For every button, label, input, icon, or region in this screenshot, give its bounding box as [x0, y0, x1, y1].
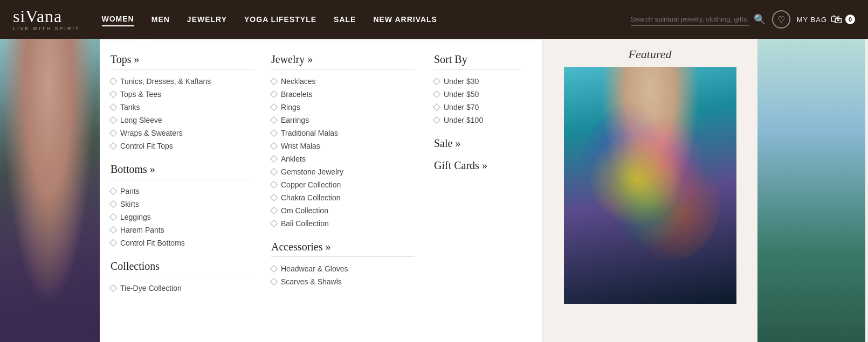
bullet-icon [109, 200, 117, 208]
bullet-icon [433, 116, 440, 124]
sale-link[interactable]: Sale » [434, 137, 520, 150]
logo-text: siVana [13, 8, 80, 25]
list-item[interactable]: Necklaces [271, 77, 415, 86]
list-item[interactable]: Rings [271, 103, 415, 111]
jewelry-items-list: Necklaces Bracelets Rings Earrings Tradi… [271, 77, 415, 228]
list-item[interactable]: Under $50 [434, 90, 520, 99]
list-item[interactable]: Traditional Malas [271, 129, 415, 137]
menu-column-2: Jewelry » Necklaces Bracelets Rings Earr… [263, 53, 423, 329]
bullet-icon [270, 207, 278, 214]
bag-icon: 🛍 [830, 12, 842, 26]
bag-count: 0 [845, 15, 855, 24]
list-item[interactable]: Wrist Malas [271, 142, 415, 150]
main-navigation: WOMEN MEN JEWELRY YOGA LIFESTYLE SALE NE… [102, 12, 631, 26]
list-item[interactable]: Long Sleeve [111, 116, 254, 124]
nav-item-jewelry[interactable]: JEWELRY [187, 13, 227, 26]
list-item[interactable]: Chakra Collection [271, 193, 415, 202]
item-label: Headwear & Gloves [281, 264, 348, 273]
accessories-section-title[interactable]: Accessories » [271, 241, 415, 257]
nav-item-sale[interactable]: SALE [334, 13, 356, 26]
list-item[interactable]: Leggings [111, 213, 254, 221]
bullet-icon [270, 90, 278, 98]
dropdown-arrow [137, 39, 150, 46]
collections-section-title[interactable]: Collections [111, 260, 254, 276]
bullet-icon [109, 142, 117, 150]
menu-column-3: Sort By Under $30 Under $50 Under $70 Un… [423, 53, 531, 329]
item-label: Tops & Tees [120, 90, 161, 99]
left-hero-image [0, 39, 100, 342]
bullet-icon [270, 181, 278, 189]
logo[interactable]: siVana Live With Spirit [13, 8, 80, 31]
item-label: Under $70 [444, 103, 479, 111]
list-item[interactable]: Tops & Tees [111, 90, 254, 99]
list-item[interactable]: Tanks [111, 103, 254, 111]
item-label: Long Sleeve [120, 116, 162, 124]
accessories-items-list: Headwear & Gloves Scarves & Shawls [271, 264, 415, 286]
featured-image[interactable] [564, 67, 736, 304]
bullet-icon [433, 78, 440, 85]
bullet-icon [109, 90, 117, 98]
wishlist-button[interactable]: ♡ [772, 10, 790, 29]
list-item[interactable]: Gemstone Jewelry [271, 167, 415, 176]
item-label: Copper Collection [281, 180, 341, 189]
list-item[interactable]: Copper Collection [271, 180, 415, 189]
list-item[interactable]: Bali Collection [271, 219, 415, 228]
list-item[interactable]: Control Fit Bottoms [111, 239, 254, 247]
search-input[interactable] [631, 13, 749, 26]
logo-tagline: Live With Spirit [13, 26, 80, 31]
site-header: siVana Live With Spirit WOMEN MEN JEWELR… [0, 0, 868, 39]
bag-area[interactable]: MY BAG 🛍 0 [797, 12, 855, 26]
page-body: Tops » Tunics, Dresses, & Kaftans Tops &… [0, 39, 868, 342]
bag-label: MY BAG [797, 16, 827, 24]
list-item[interactable]: Pants [111, 187, 254, 196]
item-label: Om Collection [281, 206, 328, 215]
list-item[interactable]: Earrings [271, 116, 415, 124]
list-item[interactable]: Control Fit Tops [111, 142, 254, 150]
tops-section-title[interactable]: Tops » [111, 53, 254, 69]
item-label: Harem Pants [120, 226, 164, 234]
nav-item-women[interactable]: WOMEN [102, 12, 134, 26]
nav-item-new-arrivals[interactable]: NEW ARRIVALS [373, 13, 437, 26]
list-item[interactable]: Anklets [271, 155, 415, 163]
jewelry-section-title[interactable]: Jewelry » [271, 53, 415, 69]
list-item[interactable]: Under $100 [434, 116, 520, 124]
nav-item-men[interactable]: MEN [151, 13, 170, 26]
tops-items-list: Tunics, Dresses, & Kaftans Tops & Tees T… [111, 77, 254, 150]
item-label: Under $30 [444, 77, 479, 86]
bottoms-section-title[interactable]: Bottoms » [111, 163, 254, 179]
item-label: Tanks [120, 103, 140, 111]
nav-item-yoga-lifestyle[interactable]: YOGA LIFESTYLE [244, 13, 316, 26]
list-item[interactable]: Tie-Dye Collection [111, 284, 254, 292]
list-item[interactable]: Tunics, Dresses, & Kaftans [111, 77, 254, 86]
item-label: Bracelets [281, 90, 312, 99]
item-label: Necklaces [281, 77, 316, 86]
item-label: Wrist Malas [281, 142, 320, 150]
sort-items-list: Under $30 Under $50 Under $70 Under $100 [434, 77, 520, 124]
list-item[interactable]: Bracelets [271, 90, 415, 99]
item-label: Rings [281, 103, 300, 111]
search-icon[interactable]: 🔍 [754, 13, 766, 25]
bullet-icon [109, 226, 117, 234]
list-item[interactable]: Skirts [111, 200, 254, 208]
sort-section-title: Sort By [434, 53, 520, 69]
list-item[interactable]: Scarves & Shawls [271, 277, 415, 286]
bullet-icon [270, 103, 278, 111]
bottoms-items-list: Pants Skirts Leggings Harem Pants Contro… [111, 187, 254, 247]
item-label: Bali Collection [281, 219, 329, 228]
list-item[interactable]: Om Collection [271, 206, 415, 215]
list-item[interactable]: Harem Pants [111, 226, 254, 234]
gift-cards-link[interactable]: Gift Cards » [434, 159, 520, 172]
list-item[interactable]: Headwear & Gloves [271, 264, 415, 273]
bullet-icon [270, 194, 278, 201]
list-item[interactable]: Wraps & Sweaters [111, 129, 254, 137]
bullet-icon [109, 284, 117, 292]
item-label: Control Fit Tops [120, 142, 173, 150]
bullet-icon [270, 278, 278, 285]
item-label: Control Fit Bottoms [120, 239, 185, 247]
list-item[interactable]: Under $30 [434, 77, 520, 86]
item-label: Chakra Collection [281, 193, 341, 202]
list-item[interactable]: Under $70 [434, 103, 520, 111]
item-label: Anklets [281, 155, 306, 163]
header-right: 🔍 ♡ MY BAG 🛍 0 [631, 10, 855, 29]
right-hero-image [757, 39, 865, 342]
